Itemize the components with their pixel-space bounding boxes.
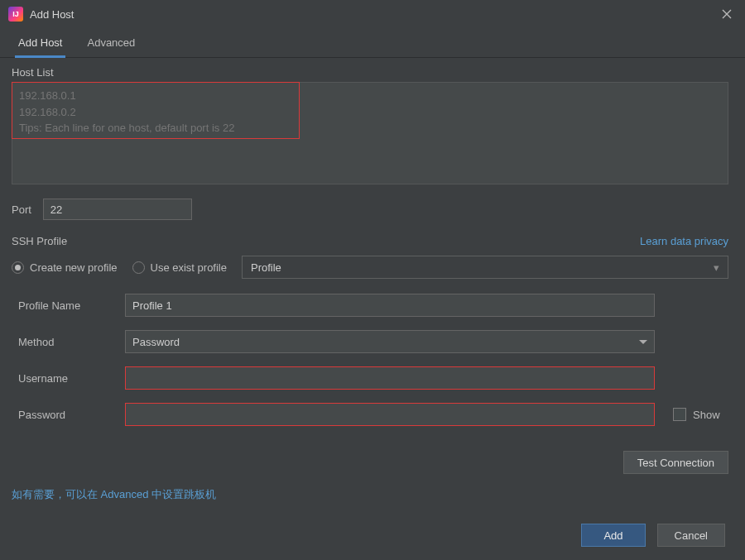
- radio-label: Create new profile: [30, 261, 118, 274]
- cancel-button[interactable]: Cancel: [657, 524, 725, 547]
- host-list-input[interactable]: [12, 82, 728, 184]
- username-input[interactable]: [125, 366, 655, 390]
- add-button[interactable]: Add: [581, 524, 645, 547]
- title-bar: IJ Add Host: [0, 0, 745, 28]
- close-icon[interactable]: [717, 4, 737, 24]
- host-list-label: Host List: [12, 66, 728, 79]
- checkbox-icon: [673, 408, 686, 421]
- window-title: Add Host: [30, 8, 74, 21]
- password-input[interactable]: [125, 403, 655, 426]
- radio-use-exist-profile[interactable]: Use exist profile: [132, 261, 227, 274]
- profile-name-label: Profile Name: [12, 299, 115, 312]
- chevron-down-icon: ▾: [714, 261, 719, 274]
- radio-label: Use exist profile: [151, 261, 227, 274]
- tab-advanced[interactable]: Advanced: [85, 33, 137, 57]
- password-label: Password: [12, 409, 115, 421]
- tabs: Add Host Advanced: [0, 28, 745, 58]
- username-label: Username: [12, 372, 115, 385]
- method-value: Password: [132, 336, 180, 348]
- advanced-tip-link[interactable]: 如有需要，可以在 Advanced 中设置跳板机: [12, 487, 728, 502]
- method-select[interactable]: Password: [125, 330, 655, 353]
- port-input[interactable]: [43, 199, 192, 220]
- ssh-profile-label: SSH Profile: [12, 235, 67, 247]
- tab-add-host[interactable]: Add Host: [17, 33, 64, 57]
- test-connection-button[interactable]: Test Connection: [623, 451, 728, 474]
- profile-name-input[interactable]: [125, 294, 655, 317]
- app-icon: IJ: [8, 7, 23, 22]
- show-password-checkbox[interactable]: Show: [673, 408, 720, 421]
- method-label: Method: [12, 336, 115, 348]
- checkbox-label: Show: [693, 409, 720, 421]
- port-label: Port: [12, 203, 31, 216]
- profile-select-value: Profile: [251, 261, 281, 274]
- chevron-down-icon: [639, 340, 647, 344]
- profile-select[interactable]: Profile ▾: [242, 256, 728, 279]
- radio-icon: [132, 261, 145, 274]
- radio-icon: [12, 261, 24, 274]
- radio-create-new-profile[interactable]: Create new profile: [12, 261, 118, 274]
- learn-privacy-link[interactable]: Learn data privacy: [640, 235, 728, 247]
